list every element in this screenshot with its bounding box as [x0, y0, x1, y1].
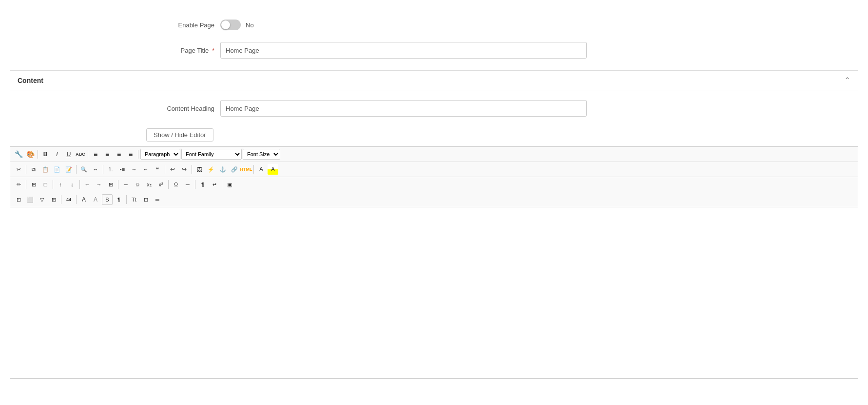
toolbar-redo-btn[interactable]: ↪ [179, 164, 190, 175]
toolbar-sub-btn[interactable]: x₂ [144, 179, 154, 190]
content-heading-input[interactable] [220, 100, 587, 117]
toolbar-outdent-btn[interactable]: ← [140, 164, 151, 175]
toolbar-template-btn[interactable]: ▣ [224, 179, 235, 190]
toolbar-row-above-btn[interactable]: ↑ [55, 179, 66, 190]
toolbar-paste-text-btn[interactable]: 📄 [52, 164, 62, 175]
toolbar-sep2 [53, 180, 53, 189]
required-star: * [210, 47, 214, 54]
toolbar-counter-btn[interactable]: 44 [63, 194, 74, 205]
toolbar-source-btn[interactable]: 🔧 [13, 149, 24, 160]
toolbar-align-left-btn[interactable]: ≡ [90, 149, 101, 160]
editor-body[interactable] [10, 207, 858, 378]
toolbar-sep5 [168, 180, 169, 189]
toolbar-indent-btn[interactable]: → [129, 164, 139, 175]
toolbar-hline-btn[interactable]: ─ [120, 179, 131, 190]
page-title-input[interactable] [220, 42, 587, 59]
toolbar-paste-btn[interactable]: 📋 [40, 164, 51, 175]
toolbar-align-right-btn[interactable]: ≡ [114, 149, 124, 160]
toolbar-paragraph-btn[interactable]: ¶ [197, 179, 208, 190]
toolbar-row-1: 🔧 🎨 B I U ABC ≡ ≡ ≡ ≡ Paragraph Heading … [10, 147, 858, 162]
toolbar-ul-btn[interactable]: •≡ [117, 164, 128, 175]
toolbar-sep6 [253, 165, 254, 174]
page-title-row: Page Title * [10, 42, 858, 59]
toolbar-sep2 [88, 150, 88, 159]
toolbar-col-right-btn[interactable]: → [94, 179, 104, 190]
toolbar-sep [26, 165, 26, 174]
toolbar-smiley-btn[interactable]: ☺ [132, 179, 143, 190]
toolbar-align-justify-btn[interactable]: ≡ [125, 149, 136, 160]
toolbar-select-btn[interactable]: ▽ [37, 194, 47, 205]
enable-page-row: Enable Page No [10, 20, 858, 30]
toolbar-bold-btn[interactable]: B [40, 149, 51, 160]
toolbar-sep2 [76, 195, 77, 204]
toolbar-sep6 [195, 180, 195, 189]
toolbar-merge-cells-btn[interactable]: ⊞ [105, 179, 116, 190]
toolbar-undo-btn[interactable]: ↩ [167, 164, 178, 175]
toolbar-replace-btn[interactable]: ↔ [90, 164, 101, 175]
toggle-track [220, 20, 241, 30]
toolbar-sup-btn[interactable]: x² [155, 179, 166, 190]
toolbar-sep7 [222, 180, 222, 189]
editor-wrapper: 🔧 🎨 B I U ABC ≡ ≡ ≡ ≡ Paragraph Heading … [10, 146, 858, 379]
toolbar-styles-btn[interactable]: 🎨 [25, 149, 36, 160]
toolbar-sep4 [165, 165, 165, 174]
enable-page-value: No [246, 21, 254, 29]
toolbar-sep [26, 180, 26, 189]
toolbar-textarea-btn[interactable]: ⊞ [48, 194, 59, 205]
page-wrapper: Enable Page No Page Title * Content ⌃ Co… [0, 0, 868, 405]
toolbar-font-a2-btn[interactable]: A [90, 194, 101, 205]
toolbar-sep [61, 195, 61, 204]
toolbar-font-family-select[interactable]: Font Family Arial Times New Roman Courie… [181, 149, 242, 160]
toolbar-table-btn[interactable]: ⊞ [28, 179, 39, 190]
toolbar-sep2 [76, 165, 77, 174]
toolbar-frame-btn[interactable]: ⊡ [140, 194, 151, 205]
show-hide-editor-button[interactable]: Show / Hide Editor [146, 128, 213, 142]
toolbar-link-btn[interactable]: 🔗 [229, 164, 240, 175]
toolbar-sep [38, 150, 38, 159]
toolbar-html-btn[interactable]: HTML [241, 164, 251, 175]
toolbar-find-btn[interactable]: 🔍 [78, 164, 89, 175]
toolbar-copy-btn[interactable]: ⧉ [28, 164, 39, 175]
enable-page-label: Enable Page [136, 21, 214, 29]
toolbar-sep3 [103, 165, 103, 174]
toolbar-cell-btn[interactable]: □ [40, 179, 51, 190]
toolbar-paste-word-btn[interactable]: 📝 [63, 164, 74, 175]
toolbar-sep3 [79, 180, 80, 189]
toolbar-form-btn[interactable]: ⊡ [13, 194, 24, 205]
enable-page-toggle[interactable] [220, 20, 241, 30]
page-title-label: Page Title * [136, 47, 214, 54]
toolbar-abbr-btn[interactable]: Tt [129, 194, 139, 205]
toolbar-image-btn[interactable]: 🖼 [194, 164, 205, 175]
toolbar-row-below-btn[interactable]: ↓ [67, 179, 77, 190]
toolbar-flash-btn[interactable]: ⚡ [206, 164, 216, 175]
toolbar-anchor-btn[interactable]: ⚓ [217, 164, 228, 175]
content-section-header: Content ⌃ [10, 70, 858, 90]
content-heading-label: Content Heading [136, 105, 214, 112]
toolbar-ol-btn[interactable]: 1. [105, 164, 116, 175]
toolbar-sep3 [126, 195, 127, 204]
toolbar-edit-btn[interactable]: ✏ [13, 179, 24, 190]
toolbar-omega-btn[interactable]: Ω [171, 179, 181, 190]
toolbar-col-left-btn[interactable]: ← [82, 179, 93, 190]
toolbar-cut-btn[interactable]: ✂ [13, 164, 24, 175]
toolbar-row-2: ✂ ⧉ 📋 📄 📝 🔍 ↔ 1. •≡ → ← ❝ ↩ ↪ 🖼 ⚡ ⚓ 🔗 HT… [10, 162, 858, 177]
toolbar-underline-btn[interactable]: U [63, 149, 74, 160]
toolbar-para2-btn[interactable]: ¶ [114, 194, 124, 205]
toolbar-dir-btn[interactable]: ↵ [209, 179, 220, 190]
toolbar-align-center-btn[interactable]: ≡ [102, 149, 113, 160]
content-collapse-button[interactable]: ⌃ [844, 76, 850, 85]
toolbar-styles2-btn[interactable]: S [102, 194, 113, 205]
toolbar-format-select[interactable]: Paragraph Heading 1 Heading 2 Heading 3 [140, 149, 180, 160]
toolbar-italic-btn[interactable]: I [52, 149, 62, 160]
toolbar-abc-btn[interactable]: ABC [75, 149, 86, 160]
toolbar-sep4 [118, 180, 118, 189]
toolbar-blockquote-btn[interactable]: ❝ [152, 164, 163, 175]
toolbar-font-color-btn[interactable]: A [256, 164, 267, 175]
toolbar-input-btn[interactable]: ⬜ [25, 194, 36, 205]
enable-page-toggle-wrapper: No [220, 20, 254, 30]
toolbar-font-a-btn[interactable]: A [78, 194, 89, 205]
toolbar-bg-color-btn[interactable]: A [268, 164, 278, 175]
toolbar-hrule-btn[interactable]: ─ [182, 179, 193, 190]
toolbar-hrule2-btn[interactable]: ═ [152, 194, 163, 205]
toolbar-font-size-select[interactable]: Font Size 8 10 12 14 16 18 24 [243, 149, 280, 160]
